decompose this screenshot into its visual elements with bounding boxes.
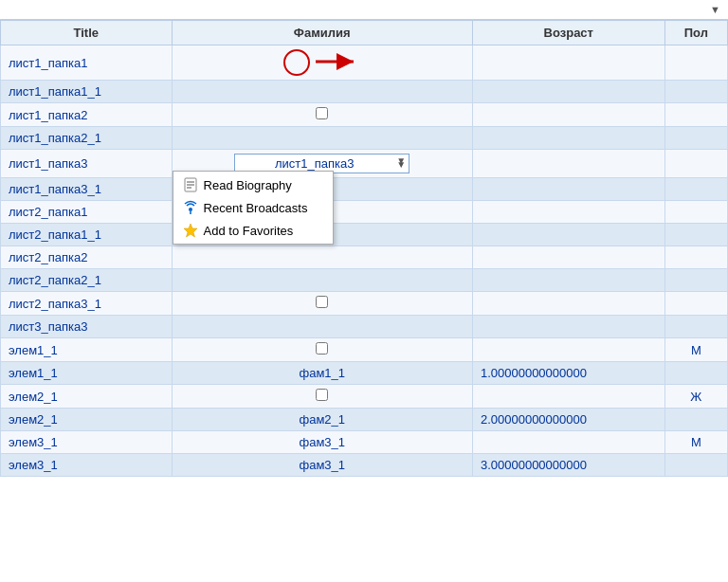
cell-gender (664, 246, 727, 269)
cell-title[interactable]: лист1_папка3_1 (1, 178, 173, 201)
row-checkbox[interactable] (316, 342, 328, 355)
cell-gender (664, 454, 727, 477)
table-row: лист3_папка3 (1, 316, 728, 338)
table-row: лист1_папка1 (1, 45, 728, 81)
cell-gender (664, 45, 727, 81)
col-age: Возраст (472, 21, 664, 45)
context-menu-item[interactable]: Read Biography (173, 173, 333, 196)
red-arrow-icon (314, 51, 361, 75)
table-row: лист2_папка1_1 (1, 224, 728, 246)
cell-title[interactable]: элем3_1 (1, 454, 173, 477)
table-row: элем3_1фам3_13.00000000000000 (1, 454, 728, 477)
table-row: лист1_папка2_1 (1, 127, 728, 150)
cell-title[interactable]: лист1_папка1_1 (1, 81, 173, 103)
cell-gender (664, 178, 727, 201)
cell-family (172, 385, 472, 409)
svg-marker-8 (184, 224, 197, 237)
cell-age (472, 150, 664, 178)
cell-family: фам1_1 (172, 362, 472, 385)
cell-title[interactable]: элем1_1 (1, 338, 173, 362)
broadcast-icon (183, 200, 198, 215)
cell-age (472, 224, 664, 246)
cell-age (472, 201, 664, 224)
table-row: лист1_папка2 (1, 103, 728, 127)
titlebar: ▼ (0, 0, 728, 20)
row-checkbox[interactable] (316, 389, 328, 401)
cell-title[interactable]: лист2_папка3_1 (1, 292, 173, 316)
page-icon (183, 177, 198, 192)
cell-age (472, 45, 664, 81)
table-container: Title Фамилия Возраст Пол лист1_папка1 л… (0, 20, 728, 477)
cell-age (472, 269, 664, 292)
cell-title[interactable]: элем2_1 (1, 385, 173, 409)
cell-age: 1.00000000000000 (472, 362, 664, 385)
cell-family (172, 81, 472, 103)
cell-title[interactable]: лист2_папка1 (1, 201, 173, 224)
cell-age (472, 316, 664, 338)
table-row: лист1_папка3_1 (1, 178, 728, 201)
row-checkbox[interactable] (316, 107, 328, 119)
cell-gender (664, 362, 727, 385)
cell-gender (664, 201, 727, 224)
cell-title[interactable]: лист1_папка3 (1, 150, 173, 178)
cell-age (472, 103, 664, 127)
cell-family: фам3_1 (172, 431, 472, 454)
dropdown-arrow-icon: ▼ (396, 158, 406, 169)
col-family: Фамилия (172, 21, 472, 45)
cell-title[interactable]: лист1_папка2_1 (1, 127, 173, 150)
cell-title[interactable]: элем3_1 (1, 431, 173, 454)
table-row: элем1_1М (1, 338, 728, 362)
context-menu-item-label: Recent Broadcasts (204, 201, 308, 215)
star-icon (183, 223, 198, 238)
col-title: Title (1, 21, 173, 45)
context-menu: Read BiographyRecent BroadcastsAdd to Fa… (173, 171, 334, 245)
cell-family: фам2_1 (172, 409, 472, 431)
table-row: лист2_папка2_1 (1, 269, 728, 292)
cell-gender (664, 127, 727, 150)
row-checkbox[interactable] (316, 296, 328, 308)
cell-family (172, 103, 472, 127)
cell-family (172, 338, 472, 362)
cell-title[interactable]: элем1_1 (1, 362, 173, 385)
cell-family (172, 246, 472, 269)
cell-gender (664, 316, 727, 338)
cell-gender: Ж (664, 385, 727, 409)
titlebar-dropdown-icon[interactable]: ▼ (710, 4, 720, 15)
cell-family (172, 269, 472, 292)
cell-title[interactable]: лист1_папка1 (1, 45, 173, 81)
table-row: лист1_папка1_1 (1, 81, 728, 103)
cell-title[interactable]: лист2_папка1_1 (1, 224, 173, 246)
col-gender: Пол (664, 21, 727, 45)
cell-family (172, 45, 472, 81)
cell-age: 2.00000000000000 (472, 409, 664, 431)
cell-age (472, 338, 664, 362)
context-menu-item[interactable]: Recent Broadcasts (173, 196, 333, 219)
svg-point-6 (189, 208, 192, 211)
context-menu-item[interactable]: Add to Favorites (173, 219, 333, 242)
cell-family: фам3_1 (172, 454, 472, 477)
cell-title[interactable]: лист2_папка2_1 (1, 269, 173, 292)
cell-gender (664, 292, 727, 316)
cell-title[interactable]: лист2_папка2 (1, 246, 173, 269)
red-circle-indicator (283, 49, 310, 76)
cell-age (472, 431, 664, 454)
cell-age (472, 178, 664, 201)
cell-gender (664, 269, 727, 292)
cell-family (172, 292, 472, 316)
table-row: элем2_1Ж (1, 385, 728, 409)
cell-age (472, 81, 664, 103)
cell-title[interactable]: лист3_папка3 (1, 316, 173, 338)
cell-age (472, 292, 664, 316)
cell-gender (664, 409, 727, 431)
cell-title[interactable]: лист1_папка2 (1, 103, 173, 127)
main-table: Title Фамилия Возраст Пол лист1_папка1 л… (0, 20, 728, 477)
context-menu-item-label: Add to Favorites (204, 224, 294, 238)
cell-gender: М (664, 338, 727, 362)
table-row: лист2_папка2 (1, 246, 728, 269)
cell-gender (664, 81, 727, 103)
cell-family: лист1_папка3▼Read BiographyRecent Broadc… (172, 150, 472, 178)
cell-title[interactable]: элем2_1 (1, 409, 173, 431)
cell-gender (664, 224, 727, 246)
table-row: лист2_папка1 (1, 201, 728, 224)
cell-age: 3.00000000000000 (472, 454, 664, 477)
